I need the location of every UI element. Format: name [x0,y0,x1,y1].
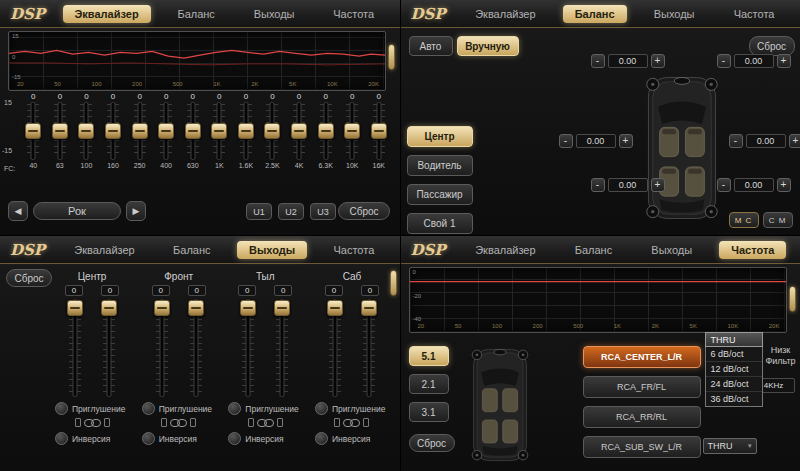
slope-selected-value[interactable]: THRU [705,332,763,347]
manual-button[interactable]: Вручную [457,36,519,56]
band-slider[interactable] [179,102,206,160]
position-button[interactable]: Свой 1 [407,213,473,234]
speaker-mode-button[interactable]: 2.1 [409,374,449,394]
band-slider-handle[interactable] [238,123,254,139]
memory-button[interactable]: U3 [310,203,336,220]
output-slider-handle[interactable] [101,300,117,316]
output-slider-right[interactable] [361,299,377,397]
plus-button[interactable]: + [777,178,791,192]
minus-button[interactable]: - [729,134,743,148]
minus-button[interactable]: - [717,178,731,192]
inversion-checkbox[interactable] [315,432,328,445]
preset-prev-button[interactable]: ◀ [8,201,28,221]
output-slider-right[interactable] [188,299,204,397]
output-slider-handle[interactable] [154,300,170,316]
tab[interactable]: Эквалайзер [463,241,547,259]
band-slider[interactable] [286,102,313,160]
rca-channel-button[interactable]: RCA_CENTER_L/R [583,346,701,368]
band-slider-handle[interactable] [291,123,307,139]
band-slider[interactable] [366,102,393,160]
tab[interactable]: Выходы [242,5,307,23]
output-slider-handle[interactable] [240,300,256,316]
mute-checkbox[interactable] [315,402,328,415]
position-button[interactable]: Пассажир [407,184,473,205]
slope-option[interactable]: 12 dB/oct [706,362,762,377]
output-slider-left[interactable] [154,299,170,397]
rca-channel-button[interactable]: RCA_FR/FL [583,376,701,398]
output-slider-left[interactable] [240,299,256,397]
plus-button[interactable]: + [789,134,800,148]
inversion-checkbox[interactable] [142,432,155,445]
tab[interactable]: Выходы [642,5,707,23]
link-channels-icon[interactable] [84,419,101,427]
output-slider-left[interactable] [327,299,343,397]
band-slider[interactable] [20,102,47,160]
band-slider[interactable] [47,102,74,160]
output-slider-right[interactable] [274,299,290,397]
output-slider-handle[interactable] [274,300,290,316]
output-slider-left[interactable] [67,299,83,397]
band-slider[interactable] [312,102,339,160]
band-slider[interactable] [126,102,153,160]
slope-option[interactable]: 36 dB/oct [706,392,762,406]
tab[interactable]: Выходы [639,241,704,259]
tab[interactable]: Выходы [237,241,307,259]
band-slider-handle[interactable] [344,123,360,139]
plus-button[interactable]: + [777,54,791,68]
preset-select[interactable]: Рок [33,202,121,220]
position-button[interactable]: Водитель [407,155,473,176]
sub-slope-select[interactable]: THRU ▾ [703,438,757,454]
output-slider-handle[interactable] [361,300,377,316]
link-channels-icon[interactable] [257,419,274,427]
rca-channel-button[interactable]: RCA_SUB_SW_L/R [583,436,701,458]
band-slider-handle[interactable] [105,123,121,139]
rca-channel-button[interactable]: RCA_RR/RL [583,406,701,428]
speaker-mode-button[interactable]: 5.1 [409,346,449,366]
minus-button[interactable]: - [591,54,605,68]
band-slider[interactable] [206,102,233,160]
minus-button[interactable]: - [717,54,731,68]
band-slider-handle[interactable] [52,123,68,139]
output-slider-right[interactable] [101,299,117,397]
reset-button[interactable]: Сброс [409,434,455,452]
mute-checkbox[interactable] [55,402,68,415]
mute-checkbox[interactable] [142,402,155,415]
band-slider[interactable] [339,102,366,160]
tab[interactable]: Частота [321,241,386,259]
reset-button[interactable]: Сброс [338,202,390,220]
tab[interactable]: Эквалайзер [463,5,547,23]
band-slider[interactable] [73,102,100,160]
band-slider-handle[interactable] [318,123,334,139]
link-channels-icon[interactable] [170,419,187,427]
tab[interactable]: Частота [722,5,787,23]
reset-button[interactable]: Сброс [6,269,52,287]
band-slider-handle[interactable] [264,123,280,139]
auto-button[interactable]: Авто [409,36,453,56]
plus-button[interactable]: + [651,54,665,68]
band-slider[interactable] [100,102,127,160]
band-slider-handle[interactable] [185,123,201,139]
minus-button[interactable]: - [559,134,573,148]
tab[interactable]: Баланс [165,5,226,23]
position-button[interactable]: Центр [407,126,473,147]
band-slider[interactable] [233,102,260,160]
band-slider-handle[interactable] [371,123,387,139]
tab[interactable]: Эквалайзер [62,241,146,259]
graph-scroll-handle[interactable] [789,286,796,312]
tab[interactable]: Частота [719,241,786,259]
preset-next-button[interactable]: ▶ [126,201,146,221]
output-slider-handle[interactable] [67,300,83,316]
band-slider-handle[interactable] [25,123,41,139]
graph-scroll-handle[interactable] [388,44,395,70]
memory-button[interactable]: U1 [246,203,272,220]
tab[interactable]: Эквалайзер [63,5,151,23]
cm-mode-button[interactable]: C M [763,212,793,228]
band-slider[interactable] [259,102,286,160]
inversion-checkbox[interactable] [55,432,68,445]
tab[interactable]: Баланс [563,241,624,259]
plus-button[interactable]: + [619,134,633,148]
link-channels-icon[interactable] [343,419,360,427]
output-slider-handle[interactable] [188,300,204,316]
mute-checkbox[interactable] [228,402,241,415]
band-slider-handle[interactable] [211,123,227,139]
